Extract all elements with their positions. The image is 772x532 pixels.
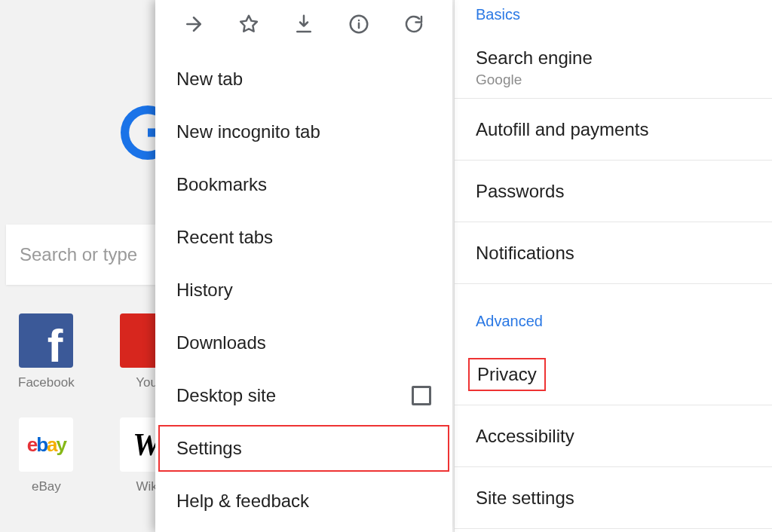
- download-icon[interactable]: [292, 12, 316, 36]
- setting-search-engine[interactable]: Search engine Google: [455, 37, 772, 99]
- menu-item-label: History: [176, 280, 233, 301]
- menu-item-history[interactable]: History: [155, 264, 452, 316]
- tile-facebook[interactable]: Facebook: [18, 313, 75, 390]
- section-header-basics: Basics: [455, 0, 772, 37]
- setting-title: Site settings: [476, 488, 751, 509]
- setting-passwords[interactable]: Passwords: [455, 161, 772, 222]
- forward-icon[interactable]: [182, 12, 206, 36]
- facebook-icon: [19, 313, 73, 368]
- tile-label: You: [136, 375, 158, 390]
- menu-item-label: Help & feedback: [176, 491, 309, 512]
- setting-title-text: Privacy: [468, 358, 546, 391]
- menu-item-downloads[interactable]: Downloads: [155, 316, 452, 369]
- tile-label: Wik: [136, 479, 158, 494]
- menu-item-label: Bookmarks: [176, 174, 267, 195]
- menu-toolbar: [155, 0, 452, 48]
- menu-item-new-tab[interactable]: New tab: [155, 53, 452, 105]
- ebay-icon: ebay: [19, 417, 73, 472]
- section-header-advanced: Advanced: [455, 307, 772, 344]
- menu-item-label: Desktop site: [176, 385, 276, 406]
- setting-site-settings[interactable]: Site settings: [455, 467, 772, 529]
- reload-icon[interactable]: [402, 12, 426, 36]
- setting-notifications[interactable]: Notifications: [455, 222, 772, 284]
- setting-autofill[interactable]: Autofill and payments: [455, 99, 772, 161]
- menu-list: New tab New incognito tab Bookmarks Rece…: [155, 48, 452, 532]
- menu-item-settings[interactable]: Settings: [155, 422, 452, 475]
- setting-accessibility[interactable]: Accessibility: [455, 405, 772, 467]
- desktop-site-checkbox[interactable]: [412, 386, 431, 405]
- search-input[interactable]: Search or type web address: [6, 225, 155, 285]
- star-icon[interactable]: [237, 12, 261, 36]
- menu-item-label: Downloads: [176, 332, 266, 353]
- setting-title: Privacy: [476, 362, 751, 387]
- setting-subtitle: Google: [476, 72, 751, 88]
- menu-item-recent-tabs[interactable]: Recent tabs: [155, 211, 452, 264]
- tile-label: Facebook: [18, 375, 75, 390]
- menu-item-desktop-site[interactable]: Desktop site: [155, 369, 452, 422]
- tile-ebay[interactable]: ebay eBay: [19, 417, 73, 494]
- menu-item-bookmarks[interactable]: Bookmarks: [155, 158, 452, 211]
- setting-title: Passwords: [476, 181, 751, 202]
- menu-item-help-feedback[interactable]: Help & feedback: [155, 475, 452, 527]
- overflow-menu: New tab New incognito tab Bookmarks Rece…: [155, 0, 452, 532]
- search-placeholder: Search or type web address: [20, 244, 142, 265]
- setting-title: Autofill and payments: [476, 119, 751, 140]
- menu-item-label: New incognito tab: [176, 121, 320, 142]
- setting-title: Search engine: [476, 47, 751, 69]
- menu-item-label: Recent tabs: [176, 227, 273, 248]
- menu-item-label: Settings: [176, 438, 242, 459]
- settings-panel: Basics Search engine Google Autofill and…: [454, 0, 772, 532]
- setting-title: Accessibility: [476, 426, 751, 447]
- setting-privacy[interactable]: Privacy: [455, 344, 772, 405]
- tile-label: eBay: [32, 479, 61, 494]
- setting-title: Notifications: [476, 243, 751, 264]
- menu-item-new-incognito[interactable]: New incognito tab: [155, 105, 452, 158]
- info-icon[interactable]: [347, 12, 371, 36]
- menu-item-label: New tab: [176, 69, 243, 90]
